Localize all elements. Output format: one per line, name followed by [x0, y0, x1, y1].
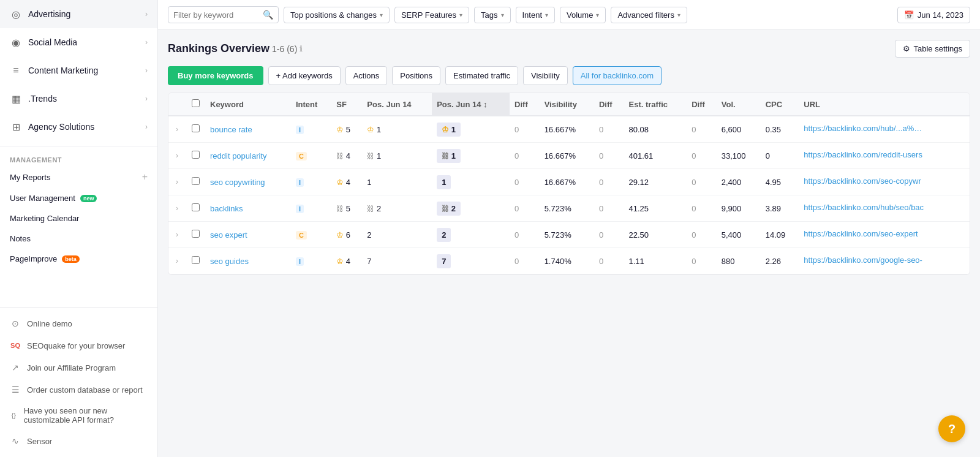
row-expand-button[interactable]: ›: [173, 176, 181, 187]
tab-positions[interactable]: Positions: [392, 66, 440, 85]
url-link[interactable]: https://backlinko.com/hub/seo/bac: [804, 203, 924, 212]
sidebar-item-my-reports[interactable]: My Reports +: [0, 166, 157, 188]
url-link[interactable]: https://backlinko.com/reddit-users: [804, 150, 922, 159]
url-link[interactable]: https://backlinko.com/seo-expert: [804, 229, 918, 238]
serp-features-dropdown[interactable]: SERP Features ▾: [394, 7, 469, 23]
row-expand-button[interactable]: ›: [173, 255, 181, 266]
advanced-filters-dropdown[interactable]: Advanced filters ▾: [611, 7, 687, 23]
header-vol[interactable]: Vol.: [717, 93, 761, 116]
url-link[interactable]: https://backlinko.com/seo-copywr: [804, 176, 921, 186]
tab-visibility[interactable]: Visibility: [523, 66, 568, 85]
sidebar-item-user-management[interactable]: User Management new: [0, 188, 157, 208]
header-est-traffic[interactable]: Est. traffic: [624, 93, 687, 116]
row-expand-button[interactable]: ›: [173, 203, 181, 214]
checkbox-cell[interactable]: [187, 248, 205, 274]
keyword-link[interactable]: reddit popularity: [210, 151, 267, 161]
sidebar-item-trends[interactable]: ▦ .Trends ›: [0, 85, 157, 113]
sidebar-item-sensor[interactable]: ∿ Sensor: [0, 430, 157, 452]
header-pos-curr[interactable]: Pos. Jun 14 ↕: [432, 93, 510, 116]
intent-badge: C: [296, 152, 307, 161]
est-traffic-cell: 29.12: [624, 169, 687, 195]
keyword-link[interactable]: seo expert: [210, 230, 247, 240]
sidebar-item-custom-db[interactable]: ☰ Order custom database or report: [0, 379, 157, 401]
checkbox-cell[interactable]: [187, 116, 205, 143]
help-button[interactable]: ?: [938, 415, 965, 442]
keyword-link[interactable]: bounce rate: [210, 125, 252, 134]
tags-dropdown[interactable]: Tags ▾: [474, 7, 510, 23]
sidebar-item-affiliate[interactable]: ↗ Join our Affiliate Program: [0, 357, 157, 379]
sidebar-item-social-media[interactable]: ◉ Social Media ›: [0, 28, 157, 56]
volume-label: Volume: [567, 10, 593, 20]
checkbox-cell[interactable]: [187, 195, 205, 222]
tab-estimated-traffic[interactable]: Estimated traffic: [445, 66, 518, 85]
header-pos-prev[interactable]: Pos. Jun 14: [362, 93, 432, 116]
header-checkbox[interactable]: [187, 93, 205, 116]
action-bar: Buy more keywords + Add keywords Actions…: [168, 66, 970, 85]
sidebar-item-online-demo[interactable]: ⊙ Online demo: [0, 312, 157, 334]
top-positions-dropdown[interactable]: Top positions & changes ▾: [284, 7, 390, 23]
keyword-link[interactable]: seo guides: [210, 257, 249, 266]
intent-dropdown[interactable]: Intent ▾: [516, 7, 556, 23]
keyword-link[interactable]: backlinks: [210, 204, 243, 213]
sidebar-item-content-marketing[interactable]: ≡ Content Marketing ›: [0, 56, 157, 85]
volume-dropdown[interactable]: Volume ▾: [560, 7, 606, 23]
row-expand-button[interactable]: ›: [173, 150, 181, 161]
filter-input-wrap[interactable]: 🔍: [168, 6, 279, 23]
header-traffic-diff[interactable]: Diff: [687, 93, 717, 116]
info-icon[interactable]: ℹ: [300, 44, 303, 53]
sidebar-item-api[interactable]: {} Have you seen our new customizable AP…: [0, 401, 157, 430]
checkbox-cell[interactable]: [187, 222, 205, 248]
pos-curr-value: 2: [437, 228, 451, 242]
table-row: › seo copywriting I ♔ 4 1 1 0 16.667% 0: [168, 169, 970, 195]
header-visibility[interactable]: Visibility: [540, 93, 594, 116]
row-checkbox[interactable]: [192, 230, 200, 238]
row-checkbox[interactable]: [192, 151, 200, 159]
header-url[interactable]: URL: [799, 93, 970, 116]
header-cpc[interactable]: CPC: [761, 93, 799, 116]
row-expand-button[interactable]: ›: [173, 124, 181, 135]
header-vis-diff[interactable]: Diff: [594, 93, 624, 116]
keyword-link[interactable]: seo copywriting: [210, 178, 265, 187]
actions-button[interactable]: Actions: [345, 66, 388, 85]
checkbox-cell[interactable]: [187, 169, 205, 195]
select-all-checkbox[interactable]: [192, 99, 200, 107]
pos-prev-cell: ♔ 1: [362, 116, 432, 143]
sidebar-item-advertising[interactable]: ◎ Advertising ›: [0, 0, 157, 28]
visibility-cell: 16.667%: [540, 116, 594, 143]
header-keyword[interactable]: Keyword: [205, 93, 291, 116]
pos-prev-cell: ⛓ 1: [362, 143, 432, 169]
vis-diff-cell: 0: [594, 169, 624, 195]
header-intent[interactable]: Intent: [291, 93, 331, 116]
sidebar-item-marketing-calendar[interactable]: Marketing Calendar: [0, 208, 157, 228]
url-link[interactable]: https://backlinko.com/google-seo-: [804, 255, 922, 265]
header-diff[interactable]: Diff: [510, 93, 540, 116]
header-sf[interactable]: SF: [331, 93, 362, 116]
row-checkbox[interactable]: [192, 124, 200, 132]
vol-cell: 33,100: [717, 143, 761, 169]
date-picker[interactable]: 📅 Jun 14, 2023: [897, 7, 970, 23]
add-keywords-button[interactable]: + Add keywords: [268, 66, 341, 85]
add-report-icon[interactable]: +: [142, 172, 148, 183]
table-settings-button[interactable]: ⚙ Table settings: [895, 40, 971, 58]
sensor-label: Sensor: [27, 437, 52, 446]
url-link[interactable]: https://backlinko.com/hub/...a%20p: [804, 124, 926, 133]
visibility-cell: 5.723%: [540, 195, 594, 222]
search-icon[interactable]: 🔍: [263, 10, 273, 20]
link-icon: ⛓: [336, 205, 344, 213]
pos-prev-value: 2: [367, 230, 371, 240]
row-expand-button[interactable]: ›: [173, 229, 181, 240]
vol-cell: 6,600: [717, 116, 761, 143]
sidebar-item-pageimprove[interactable]: PageImprove beta: [0, 249, 157, 269]
sidebar-item-agency-solutions[interactable]: ⊞ Agency Solutions ›: [0, 113, 157, 141]
buy-more-keywords-button[interactable]: Buy more keywords: [168, 66, 263, 85]
user-management-label: User Management: [10, 194, 75, 203]
row-checkbox[interactable]: [192, 177, 200, 185]
sidebar-item-notes[interactable]: Notes: [0, 228, 157, 249]
tab-all-for-domain[interactable]: All for backlinko.com: [573, 66, 662, 85]
filter-input[interactable]: [173, 10, 259, 20]
checkbox-cell[interactable]: [187, 143, 205, 169]
sf-cell: ♔ 5: [331, 116, 362, 143]
row-checkbox[interactable]: [192, 256, 200, 264]
row-checkbox[interactable]: [192, 203, 200, 211]
sidebar-item-seoquake[interactable]: SQ SEOquake for your browser: [0, 334, 157, 357]
